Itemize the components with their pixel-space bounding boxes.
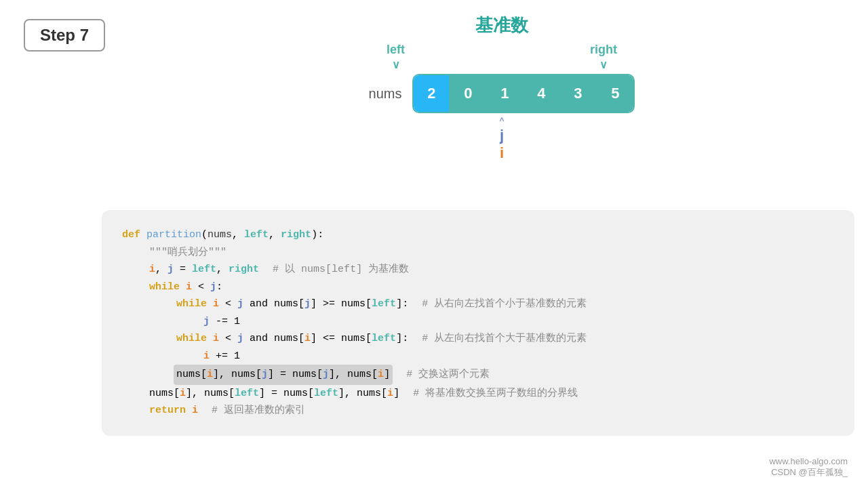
watermark-line1: www.hello-algo.com — [769, 456, 848, 466]
code-line-10: nums[i], nums[left] = nums[left], nums[i… — [122, 385, 834, 403]
code-block: def partition(nums, left, right): """哨兵划… — [102, 210, 854, 436]
left-pointer: left ∨ — [387, 43, 405, 71]
code-line-11: return i # 返回基准数的索引 — [122, 402, 834, 420]
step-badge: Step 7 — [24, 19, 105, 52]
viz-area: 基准数 left ∨ right ∨ nums 2 0 1 4 — [203, 14, 800, 162]
left-arrow-icon: ∨ — [392, 58, 400, 71]
code-line-9: nums[i], nums[j] = nums[j], nums[i] # 交换… — [122, 365, 834, 385]
right-arrow-icon: ∨ — [599, 58, 608, 71]
array-cell-5: 5 — [597, 75, 633, 112]
code-line-3: i, j = left, right # 以 nums[left] 为基准数 — [122, 261, 834, 279]
step-label: Step 7 — [40, 26, 89, 44]
code-line-2: """哨兵划分""" — [122, 244, 834, 262]
right-pointer-label: right — [590, 43, 617, 57]
j-label: j — [500, 127, 504, 144]
watermark-line2: CSDN @百年孤独_ — [769, 466, 848, 479]
array-cell-4: 3 — [560, 75, 597, 112]
code-line-7: while i < j and nums[i] <= nums[left]: #… — [122, 330, 834, 348]
fn-name: partition — [146, 226, 201, 244]
code-line-8: i += 1 — [122, 348, 834, 365]
array-container: 2 0 1 4 3 5 — [412, 74, 635, 113]
watermark: www.hello-algo.com CSDN @百年孤独_ — [769, 456, 848, 479]
array-label: nums — [369, 86, 402, 102]
ji-area: ^ j i — [500, 116, 505, 162]
array-cell-3: 4 — [524, 75, 560, 112]
array-cell-0: 2 — [414, 75, 450, 112]
code-line-6: j -= 1 — [122, 313, 834, 331]
code-line-1: def partition(nums, left, right): — [122, 226, 834, 244]
code-line-5: while i < j and nums[j] >= nums[left]: #… — [122, 296, 834, 313]
array-row: nums 2 0 1 4 3 5 — [369, 74, 635, 113]
kw-def-1: def — [122, 226, 146, 244]
array-cell-1: 0 — [450, 75, 487, 112]
code-line-4: while i < j: — [122, 279, 834, 296]
pointer-row: left ∨ right ∨ — [387, 43, 617, 71]
left-pointer-label: left — [387, 43, 405, 57]
i-label: i — [500, 144, 504, 162]
right-pointer: right ∨ — [590, 43, 617, 71]
ji-arrow-up-icon: ^ — [500, 116, 505, 127]
array-cell-2: 1 — [487, 75, 524, 112]
pivot-label: 基准数 — [475, 14, 528, 37]
